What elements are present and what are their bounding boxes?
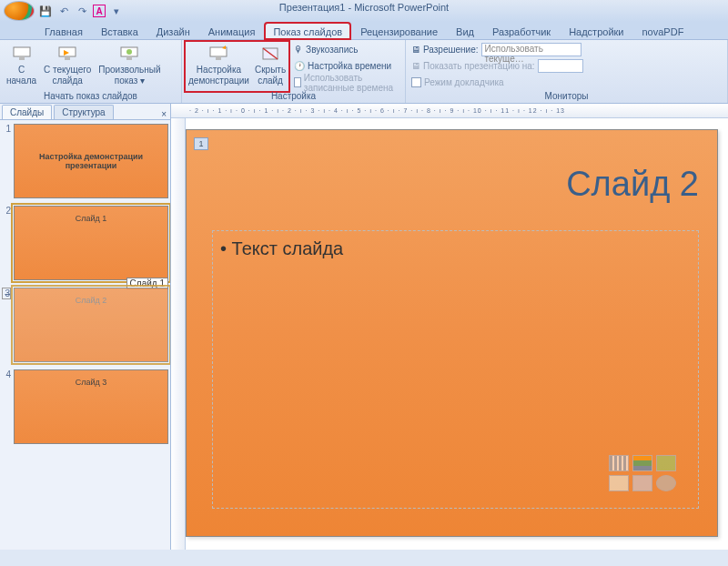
slide-thumbnail[interactable]: Слайд 3 (14, 369, 168, 444)
tab-developer[interactable]: Разработчик (484, 23, 559, 39)
media-icon[interactable] (656, 475, 676, 491)
projector-play-icon (56, 44, 78, 64)
panel-tabs: Слайды Структура × (0, 104, 170, 120)
ribbon-group-monitors: 🖥 Разрешение: Использовать текуще… 🖥 Пок… (406, 40, 728, 103)
thumb-title: Настройка демонстрации (39, 152, 143, 161)
custom-slideshow-button[interactable]: Произвольный показ ▾ (96, 42, 163, 91)
office-button[interactable] (4, 1, 35, 21)
monitor-icon: 🖥 (411, 45, 420, 55)
svg-rect-9 (216, 56, 221, 60)
panel-close-icon[interactable]: × (161, 109, 167, 119)
undo-icon[interactable]: ↶ (56, 4, 71, 18)
table-icon[interactable] (609, 455, 629, 471)
save-icon[interactable]: 💾 (38, 4, 53, 18)
rehearse-timings-button[interactable]: 🕐 Настройка времени (292, 58, 401, 74)
redo-icon[interactable]: ↷ (75, 4, 89, 18)
tab-design[interactable]: Дизайн (148, 23, 198, 39)
show-on-dropdown[interactable] (538, 59, 583, 73)
qat-more-icon[interactable]: ▾ (109, 4, 124, 18)
quick-access-toolbar: 💾 ↶ ↷ A ▾ Презентация1 - Microsoft Power… (0, 0, 728, 22)
horizontal-ruler: · 2 · ı · 1 · ı · 0 · ı · 1 · ı · 2 · ı … (171, 104, 728, 118)
chart-icon[interactable] (632, 455, 652, 471)
slide-thumbnail[interactable]: Настройка демонстрации презентации (14, 124, 168, 198)
thumb-row[interactable]: 1 Настройка демонстрации презентации (2, 124, 168, 198)
setup-label2: демонстрации (188, 76, 249, 86)
thumb-number: 2 (2, 206, 11, 216)
ribbon-tabs: Главная Вставка Дизайн Анимация Показ сл… (0, 22, 728, 40)
hide-label1: Скрыть (255, 65, 286, 75)
svg-rect-0 (14, 47, 30, 56)
resolution-dropdown[interactable]: Использовать текуще… (481, 43, 581, 56)
content-placeholder-icons[interactable] (609, 455, 676, 491)
slide-thumbnail-hidden[interactable]: Слайд 2 (14, 288, 168, 362)
record-label: Звукозапись (306, 45, 358, 55)
vertical-ruler (171, 118, 186, 550)
thumb-row[interactable]: 4 Слайд 3 (2, 369, 168, 444)
ribbon-body: С начала С текущего слайда Произвольный … (0, 40, 728, 104)
font-color-icon[interactable]: A (93, 5, 106, 17)
tab-home[interactable]: Главная (36, 23, 91, 39)
thumbnail-list: 1 Настройка демонстрации презентации 2 С… (0, 120, 170, 550)
thumb-number-hidden: 3 (2, 288, 11, 299)
thumb-row[interactable]: 3 Слайд 2 (2, 288, 168, 362)
from-current-label2: слайда (52, 76, 82, 86)
setup-slideshow-button[interactable]: Настройка демонстрации (186, 42, 252, 91)
custom-label1: Произвольный (98, 65, 160, 75)
show-on-row: 🖥 Показать презентацию на: (410, 58, 723, 74)
from-beginning-button[interactable]: С начала (4, 42, 39, 91)
editor-area: · 2 · ı · 1 · ı · 0 · ı · 1 · ı · 2 · ı … (171, 104, 728, 550)
ribbon-group-start-label: Начать показ слайдов (4, 91, 177, 101)
ribbon-group-setup-label: Настройка (186, 91, 401, 101)
ribbon-group-start: С начала С текущего слайда Произвольный … (0, 40, 182, 103)
smartart-icon[interactable] (656, 455, 676, 471)
from-beginning-label2: начала (6, 76, 36, 86)
setup-icon (207, 44, 229, 64)
use-timings-checkbox[interactable]: Использовать записанные времена (292, 75, 401, 90)
editor-body: 1 Слайд 2 Текст слайда (171, 118, 728, 550)
tab-outline-panel[interactable]: Структура (54, 105, 113, 119)
thumb-row[interactable]: 2 Слайд 1 Слайд 1 (2, 206, 168, 280)
hide-slide-button[interactable]: Скрыть слайд (252, 42, 288, 91)
picture-icon[interactable] (609, 475, 629, 491)
slide-thumbnail[interactable]: Слайд 1 (14, 206, 168, 280)
svg-rect-7 (126, 56, 132, 60)
record-narration-button[interactable]: 🎙 Звукозапись (292, 42, 401, 57)
from-current-button[interactable]: С текущего слайда (41, 42, 94, 91)
hide-slide-icon (259, 44, 281, 64)
svg-point-6 (126, 49, 132, 55)
tab-slides-panel[interactable]: Слайды (2, 105, 52, 119)
ribbon-group-monitors-label: Мониторы (410, 91, 723, 101)
slide-body-text: Текст слайда (232, 238, 344, 258)
tab-review[interactable]: Рецензирование (352, 23, 446, 39)
tab-insert[interactable]: Вставка (93, 23, 147, 39)
projector-custom-icon (118, 44, 140, 64)
thumb-title: Слайд 1 (76, 214, 107, 223)
slides-panel: Слайды Структура × 1 Настройка демонстра… (0, 104, 171, 550)
thumb-number: 1 (2, 124, 11, 134)
hide-label2: слайд (258, 76, 283, 86)
projector-icon (11, 44, 33, 64)
tab-addins[interactable]: Надстройки (561, 23, 632, 39)
rehearse-label: Настройка времени (308, 61, 391, 71)
slide-canvas[interactable]: 1 Слайд 2 Текст слайда (186, 129, 718, 537)
thumb-title: Слайд 2 (76, 296, 107, 305)
from-current-label1: С текущего (44, 65, 91, 75)
svg-rect-1 (19, 56, 25, 60)
custom-label2: показ ▾ (115, 76, 145, 86)
slide-body[interactable]: Текст слайда (212, 230, 699, 509)
from-beginning-label1: С (18, 65, 25, 75)
checkbox-icon (411, 77, 421, 87)
thumb-title2: презентации (66, 161, 117, 170)
clipart-icon[interactable] (632, 475, 652, 491)
tab-slideshow[interactable]: Показ слайдов (265, 23, 350, 39)
tab-animation[interactable]: Анимация (200, 23, 264, 39)
window-title: Презентация1 - Microsoft PowerPoint (279, 2, 449, 13)
slide-title[interactable]: Слайд 2 (566, 165, 699, 204)
monitor2-icon: 🖥 (411, 61, 420, 71)
microphone-icon: 🎙 (294, 45, 303, 55)
tab-novapdf[interactable]: novaPDF (634, 23, 693, 39)
slide-canvas-area[interactable]: 1 Слайд 2 Текст слайда (186, 118, 728, 550)
tab-view[interactable]: Вид (448, 23, 482, 39)
thumb-number: 4 (2, 369, 11, 379)
presenter-view-checkbox[interactable]: Режим докладчика (410, 75, 723, 90)
